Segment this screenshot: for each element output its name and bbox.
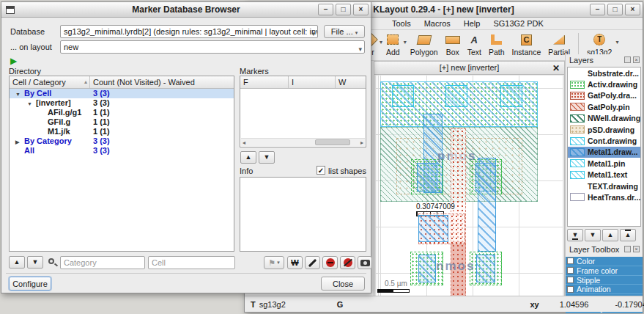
rerun-play-icon[interactable]: ▶ — [10, 56, 17, 66]
on-layout-combo[interactable]: new ▾ — [60, 40, 365, 54]
menu-sg13g2-pdk[interactable]: SG13G2 PDK — [486, 19, 549, 28]
up-bar-icon: ▲ — [625, 230, 632, 238]
menu-help[interactable]: Help — [457, 19, 487, 28]
toolbox-row-color[interactable]: Color — [566, 257, 643, 266]
tree-row-all[interactable]: All 3 (3) — [10, 146, 234, 156]
markers-table[interactable]: F I W ◂ ▸ — [240, 76, 366, 147]
show-markers-button[interactable] — [322, 256, 338, 269]
tree-row-m1[interactable]: M1.j/k 1 (1) — [10, 127, 234, 136]
layout-tab[interactable]: [+] new [inverter] ✕ — [374, 62, 564, 75]
next-marker-button[interactable]: ▼ — [259, 151, 275, 164]
instance-button[interactable]: C Instance — [508, 30, 545, 56]
add-button[interactable]: Add — [382, 30, 404, 56]
float-panel-icon[interactable] — [624, 246, 631, 252]
close-button[interactable]: × — [353, 4, 369, 15]
float-panel-icon[interactable] — [624, 56, 631, 63]
scrollbar-thumb[interactable] — [315, 139, 349, 145]
prev-item-button[interactable]: ▲ — [9, 256, 25, 269]
maximize-button[interactable]: □ — [607, 4, 623, 15]
next-item-button[interactable]: ▼ — [27, 256, 43, 269]
maximize-button[interactable]: □ — [336, 4, 351, 15]
path-button[interactable]: Path — [485, 30, 508, 56]
edit-button[interactable] — [305, 256, 320, 269]
checkbox[interactable] — [567, 267, 574, 274]
minimize-button[interactable]: – — [590, 4, 605, 15]
category-filter-input[interactable] — [60, 256, 145, 269]
flag-menu-button[interactable]: ⚑ ▾ — [264, 256, 284, 269]
layout-canvas[interactable]: pmos 0.30747009 nmos 0.5 µm — [376, 76, 563, 296]
box-button[interactable]: Box — [442, 30, 464, 56]
info-box[interactable] — [240, 177, 366, 252]
tree-row-afil[interactable]: AFil.g/g1 1 (1) — [10, 108, 234, 117]
right-dock: Layers × Substrate.dr... Activ.drawing G… — [565, 54, 643, 296]
layer-swatch — [570, 92, 585, 100]
move-up-button[interactable]: ▲ — [602, 229, 618, 241]
hide-markers-button[interactable] — [340, 256, 355, 269]
layer-row[interactable]: Cont.drawing — [568, 135, 640, 146]
layer-row[interactable]: GatPoly.pin — [568, 101, 640, 112]
move-down-button[interactable]: ▼ — [585, 229, 601, 241]
col-i[interactable]: I — [289, 76, 336, 88]
menu-macros[interactable]: Macros — [418, 19, 457, 28]
tech-sg13g2-button[interactable]: T sg13g2 — [583, 30, 615, 56]
sort-ascending-icon: ▴ — [84, 78, 87, 85]
scroll-right-icon[interactable]: ▸ — [360, 139, 363, 147]
toolbox-row-animation[interactable]: Animation — [566, 285, 643, 294]
toolbox-row-stipple[interactable]: Stipple — [566, 276, 643, 285]
text-icon: A — [471, 34, 478, 45]
layer-row[interactable]: Metal1.pin — [568, 158, 640, 169]
layer-row[interactable]: Metal1.text — [568, 169, 640, 180]
waive-button[interactable]: ₩ — [287, 256, 303, 269]
tree-col-cell-category[interactable]: Cell / Category ▴ — [10, 76, 90, 88]
markers-table-header[interactable]: F I W — [240, 76, 366, 89]
layer-row[interactable]: GatPoly.dra... — [568, 90, 640, 101]
tree-row-by-category[interactable]: ▶ By Category 3 (3) — [10, 136, 234, 146]
layer-row[interactable]: Activ.drawing — [568, 78, 640, 90]
layer-row[interactable]: TEXT.drawing — [568, 180, 640, 191]
configure-button[interactable]: Configure — [9, 277, 51, 291]
layer-row-selected[interactable]: Metal1.draw... — [568, 147, 640, 158]
directory-tree[interactable]: Cell / Category ▴ Count (Not Visited) - … — [9, 76, 234, 252]
polygon-button[interactable]: Polygon — [407, 30, 442, 56]
snapshot-button[interactable] — [358, 256, 372, 269]
minimize-button[interactable]: – — [318, 4, 333, 15]
layer-row[interactable]: HeatTrans.dr... — [568, 191, 640, 202]
list-shapes-checkbox[interactable]: ✓ — [317, 166, 325, 175]
col-f[interactable]: F — [240, 76, 289, 88]
checkbox[interactable] — [567, 277, 574, 283]
tree-row-inverter[interactable]: ▼ [inverter] 3 (3) — [10, 98, 234, 108]
toolbox-row-frame-color[interactable]: Frame color — [566, 266, 643, 276]
dialog-titlebar[interactable]: Marker Database Browser – □ × — [1, 2, 371, 18]
prev-marker-button[interactable]: ▲ — [240, 151, 256, 164]
tech-dropdown-icon[interactable]: ▾ — [615, 39, 618, 45]
tree-header[interactable]: Cell / Category ▴ Count (Not Visited) - … — [10, 76, 234, 89]
database-combo[interactable]: sg13g2_minimal.lyrdb[2] (design rules: s… — [60, 25, 318, 38]
tab-close-icon[interactable]: ✕ — [552, 62, 560, 75]
layer-row[interactable]: NWell.drawing — [568, 113, 640, 124]
cell-filter-input[interactable] — [148, 256, 235, 269]
checkbox[interactable] — [567, 286, 574, 293]
close-panel-icon[interactable]: × — [633, 56, 640, 63]
tree-row-gfil[interactable]: GFil.g 1 (1) — [10, 117, 234, 127]
partial-button[interactable]: Partial — [544, 30, 574, 56]
tree-col-count[interactable]: Count (Not Visited) - Waived — [90, 76, 234, 88]
layer-row[interactable]: pSD.drawing — [568, 124, 640, 135]
horizontal-scrollbar[interactable]: ◂ ▸ — [241, 138, 365, 146]
move-top-button[interactable]: ▲ — [620, 229, 636, 241]
layer-row[interactable]: Substrate.dr... — [568, 67, 640, 78]
menu-tools[interactable]: Tools — [385, 19, 418, 28]
col-w[interactable]: W — [336, 76, 366, 88]
polygon-icon — [416, 35, 432, 45]
close-dialog-button[interactable]: Close — [321, 277, 365, 291]
move-bottom-button[interactable]: ▼ — [567, 229, 583, 241]
tree-row-by-cell[interactable]: ▼ By Cell 3 (3) — [10, 89, 234, 98]
desktop: KLayout 0.29.4 - [+] new [inverter] – □ … — [0, 0, 644, 314]
scroll-left-icon[interactable]: ◂ — [243, 139, 245, 147]
close-button[interactable]: × — [625, 4, 640, 15]
text-button[interactable]: A Text — [464, 30, 485, 56]
grid-indicator: G — [337, 300, 344, 309]
checkbox[interactable] — [567, 258, 574, 264]
close-panel-icon[interactable]: × — [633, 246, 640, 252]
file-menu-button[interactable]: File ... ▾ — [324, 25, 365, 38]
layer-swatch — [570, 125, 585, 134]
